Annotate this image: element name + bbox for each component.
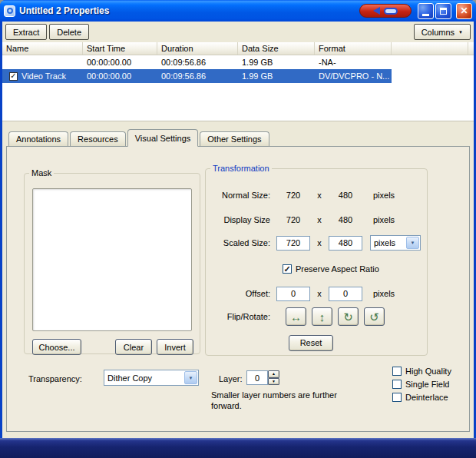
- check-icon: ✓: [283, 265, 290, 274]
- movie-start-time: 00:00:00.00: [83, 55, 157, 69]
- header-start-time[interactable]: Start Time: [83, 42, 157, 55]
- properties-window: Untitled 2 Properties ✕ Extract Delete C…: [0, 0, 476, 438]
- display-size-width: 720: [276, 215, 310, 224]
- scaled-size-label: Scaled Size:: [212, 238, 276, 247]
- high-quality-checkbox[interactable]: [392, 367, 402, 376]
- x-separator: x: [310, 215, 329, 224]
- maximize-icon: [440, 8, 447, 15]
- clear-button[interactable]: Clear: [115, 339, 152, 355]
- window-body: Extract Delete Columns▼ Name Start Time …: [2, 22, 474, 438]
- minimize-button[interactable]: [418, 3, 434, 19]
- header-duration[interactable]: Duration: [157, 42, 238, 55]
- tab-resources[interactable]: Resources: [70, 131, 126, 146]
- columns-dropdown-icon: ▼: [458, 30, 463, 35]
- mask-group: Mask Choose... Clear Invert: [24, 168, 200, 354]
- invert-button[interactable]: Invert: [157, 339, 193, 355]
- mask-legend: Mask: [29, 168, 54, 178]
- close-button[interactable]: ✕: [456, 3, 472, 19]
- table-row-movie[interactable]: 00:00:00.00 00:09:56.86 1.99 GB -NA-: [2, 55, 474, 69]
- columns-button-label: Columns: [421, 28, 455, 37]
- display-size-row: Display Size 720 x 480 pixels: [212, 211, 421, 228]
- movie-data-size: 1.99 GB: [238, 55, 315, 69]
- movie-name-cell: [2, 55, 83, 69]
- visual-settings-panel: Mask Choose... Clear Invert Transformati…: [6, 146, 470, 432]
- flip-rotate-label: Flip/Rotate:: [212, 312, 276, 321]
- columns-button[interactable]: Columns▼: [414, 24, 471, 40]
- header-data-size[interactable]: Data Size: [238, 42, 315, 55]
- transformation-legend: Transformation: [210, 164, 272, 173]
- video-track-duration: 00:09:56.86: [157, 69, 238, 83]
- layer-spin-up-button[interactable]: ▲: [268, 370, 279, 378]
- flip-vertical-button[interactable]: ↕: [312, 307, 332, 326]
- display-size-height: 480: [329, 215, 362, 224]
- mask-preview-area: [32, 188, 192, 331]
- window-title: Untitled 2 Properties: [19, 5, 359, 16]
- minimize-icon: [422, 14, 429, 16]
- normal-size-row: Normal Size: 720 x 480 pixels: [212, 187, 421, 204]
- reset-row: Reset: [212, 334, 421, 351]
- table-row-video-track[interactable]: ✓ Video Track 00:00:00.00 00:09:56.86 1.…: [2, 69, 474, 83]
- header-name[interactable]: Name: [2, 42, 83, 55]
- header-filler: [468, 42, 474, 55]
- header-format[interactable]: Format: [315, 42, 392, 55]
- offset-row: Offset: x pixels: [212, 285, 421, 302]
- track-list: Name Start Time Duration Data Size Forma…: [2, 42, 474, 121]
- scaled-height-input[interactable]: [329, 236, 362, 251]
- x-separator: x: [310, 191, 329, 200]
- tab-other-settings[interactable]: Other Settings: [200, 131, 269, 146]
- single-field-checkbox[interactable]: [392, 380, 402, 389]
- quicktime-app-icon: [4, 5, 15, 17]
- high-quality-label: High Quality: [405, 367, 451, 376]
- display-size-label: Display Size: [212, 215, 276, 224]
- tab-annotations[interactable]: Annotations: [8, 131, 68, 146]
- reset-button[interactable]: Reset: [289, 335, 333, 351]
- rotate-clockwise-icon: ↻: [343, 310, 353, 324]
- video-track-start-time: 00:00:00.00: [83, 69, 157, 83]
- deinterlace-label: Deinterlace: [405, 393, 448, 402]
- flip-horizontal-button[interactable]: ↔: [286, 307, 306, 326]
- transparency-dropdown[interactable]: Dither Copy ▼: [104, 370, 199, 386]
- spin-down-icon: ▼: [272, 379, 276, 383]
- video-track-format: DV/DVCPRO - N...: [315, 69, 392, 83]
- x-separator: x: [310, 289, 329, 298]
- movie-format: -NA-: [315, 55, 392, 69]
- spin-up-icon: ▲: [272, 371, 276, 376]
- tab-visual-settings[interactable]: Visual Settings: [127, 129, 199, 147]
- choose-button[interactable]: Choose...: [32, 339, 81, 355]
- pixels-label: pixels: [373, 215, 395, 224]
- high-quality-checkbox-row[interactable]: High Quality: [392, 367, 451, 376]
- close-icon: ✕: [460, 6, 468, 15]
- layer-spin-down-button[interactable]: ▼: [268, 378, 279, 386]
- rotate-counterclockwise-button[interactable]: ↺: [364, 307, 385, 326]
- deinterlace-checkbox[interactable]: [392, 393, 402, 402]
- widget-arrow-icon: [373, 7, 380, 15]
- background-window-edge: [0, 438, 476, 458]
- offset-y-input[interactable]: [329, 287, 362, 301]
- x-separator: x: [310, 238, 329, 247]
- preserve-aspect-checkbox[interactable]: ✓: [283, 264, 292, 274]
- rotate-counterclockwise-icon: ↺: [369, 310, 379, 324]
- tab-strip: Annotations Resources Visual Settings Ot…: [8, 129, 271, 146]
- single-field-label: Single Field: [405, 380, 449, 389]
- quicktime-titlebar-widget: [359, 4, 412, 18]
- maximize-button[interactable]: [435, 3, 451, 19]
- scaled-units-dropdown[interactable]: pixels ▼: [370, 235, 421, 251]
- scaled-width-input[interactable]: [276, 236, 310, 251]
- single-field-checkbox-row[interactable]: Single Field: [392, 380, 449, 389]
- layer-input[interactable]: [246, 370, 268, 385]
- preserve-aspect-checkbox-row[interactable]: ✓ Preserve Aspect Ratio: [283, 264, 379, 274]
- track-list-header: Name Start Time Duration Data Size Forma…: [2, 42, 474, 55]
- offset-x-input[interactable]: [276, 287, 310, 301]
- flip-horizontal-icon: ↔: [290, 310, 302, 324]
- track-enabled-checkbox[interactable]: ✓: [9, 72, 18, 81]
- rotate-clockwise-button[interactable]: ↻: [338, 307, 359, 326]
- deinterlace-checkbox-row[interactable]: Deinterlace: [392, 393, 448, 402]
- dropdown-arrow-icon: ▼: [406, 237, 419, 249]
- extract-button[interactable]: Extract: [5, 24, 47, 40]
- check-icon: ✓: [10, 72, 16, 80]
- pixels-label: pixels: [373, 191, 395, 200]
- video-track-label: Video Track: [21, 71, 66, 81]
- delete-button[interactable]: Delete: [49, 24, 89, 40]
- offset-label: Offset:: [212, 289, 276, 298]
- transformation-group: Transformation Normal Size: 720 x 480 pi…: [205, 164, 428, 356]
